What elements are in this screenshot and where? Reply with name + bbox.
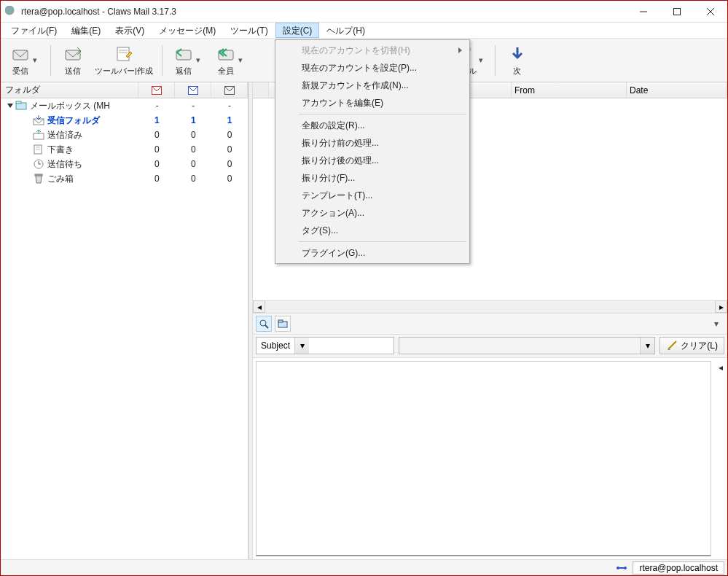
svg-rect-1 — [674, 8, 681, 15]
next-icon — [507, 44, 528, 64]
list-header-corner[interactable] — [253, 82, 269, 98]
search-field-combo[interactable]: Subject ▾ — [256, 337, 394, 354]
broom-icon — [666, 340, 678, 351]
preview-pane: ◂ — [253, 358, 727, 560]
sent-icon — [33, 129, 44, 141]
quick-menu-dropdown[interactable]: ▾ — [714, 319, 724, 329]
menu-tool[interactable]: ツール(T) — [223, 23, 275, 38]
menu-template[interactable]: テンプレート(T)... — [277, 187, 468, 204]
list-header-from[interactable]: From — [512, 82, 627, 98]
menu-action[interactable]: アクション(A)... — [277, 204, 468, 222]
next-label: 次 — [513, 66, 521, 77]
menu-post-filter[interactable]: 振り分け後の処理... — [277, 152, 468, 169]
preview-collapse[interactable]: ◂ — [714, 358, 727, 560]
scroll-right-icon[interactable]: ▸ — [715, 300, 727, 313]
replyall-button[interactable]: 全員 ▾ — [211, 41, 250, 80]
svg-rect-18 — [34, 133, 44, 139]
receive-dropdown[interactable]: ▾ — [31, 41, 39, 80]
compose-label: ツールバー|作成 — [95, 66, 153, 77]
receive-icon — [10, 44, 31, 64]
svg-rect-29 — [278, 320, 283, 322]
message-list-hscroll[interactable]: ◂ ▸ — [253, 300, 727, 313]
menu-edit[interactable]: 編集(E) — [64, 23, 108, 38]
reply-button[interactable]: 返信 ▾ — [168, 41, 208, 80]
folder-header: フォルダ — [1, 82, 248, 98]
replyall-icon — [216, 44, 236, 64]
chevron-down-icon[interactable]: ▾ — [294, 338, 309, 354]
folder-label: 受信フォルダ — [47, 114, 100, 127]
folder-queue[interactable]: 送信待ち 0 0 0 — [1, 157, 248, 171]
folder-header-new-icon[interactable] — [138, 82, 175, 98]
menu-edit-accounts[interactable]: アカウントを編集(E) — [277, 94, 468, 112]
reply-dropdown[interactable]: ▾ — [194, 41, 203, 80]
folder-header-unread-icon[interactable] — [175, 82, 211, 98]
draft-icon — [33, 144, 44, 155]
menu-view[interactable]: 表示(V) — [108, 23, 152, 38]
svg-rect-5 — [66, 50, 80, 60]
quicksearch-toggle[interactable] — [256, 316, 272, 332]
replyall-label: 全員 — [218, 66, 234, 77]
folder-trash[interactable]: ごみ箱 0 0 0 — [1, 171, 248, 186]
menu-tag[interactable]: タグ(S)... — [277, 222, 468, 239]
folder-list[interactable]: メールボックス (MH - - - 受信フォルダ 1 1 1 — [1, 98, 248, 559]
quick-toolbar: ▾ — [253, 313, 727, 335]
search-input[interactable]: ▾ — [399, 337, 655, 354]
folder-mailbox[interactable]: メールボックス (MH - - - — [1, 98, 248, 113]
list-header-date[interactable]: Date — [627, 82, 727, 98]
svg-rect-16 — [16, 101, 21, 104]
app-icon — [5, 6, 17, 17]
menu-new-account[interactable]: 新規アカウントを作成(N)... — [277, 77, 468, 94]
svg-rect-4 — [13, 50, 28, 60]
svg-point-26 — [260, 320, 266, 326]
maximize-button[interactable] — [660, 1, 694, 23]
folder-header-label[interactable]: フォルダ — [1, 82, 138, 98]
chevron-down-icon[interactable]: ▾ — [640, 338, 654, 354]
menu-filter[interactable]: 振り分け(F)... — [277, 169, 468, 187]
svg-line-27 — [265, 325, 268, 328]
menu-switch-account[interactable]: 現在のアカウントを切替(H) — [277, 42, 468, 59]
menu-preferences[interactable]: 全般の設定(R)... — [277, 117, 468, 134]
replyall-dropdown[interactable]: ▾ — [236, 41, 245, 80]
minimize-button[interactable] — [627, 1, 660, 23]
settings-menu-popup: 現在のアカウントを切替(H) 現在のアカウントを設定(P)... 新規アカウント… — [275, 39, 470, 264]
reply-label: 返信 — [176, 66, 192, 77]
clear-label: クリア(L) — [681, 340, 718, 352]
folder-inbox[interactable]: 受信フォルダ 1 1 1 — [1, 113, 248, 128]
menubar: ファイル(F) 編集(E) 表示(V) メッセージ(M) ツール(T) 設定(C… — [1, 23, 727, 39]
receive-label: 受信 — [12, 66, 28, 77]
reply-icon — [173, 44, 194, 64]
menu-help[interactable]: ヘルプ(H) — [319, 23, 372, 38]
compose-button[interactable]: ツールバー|作成 — [92, 41, 156, 80]
menu-message[interactable]: メッセージ(M) — [152, 23, 223, 38]
online-icon[interactable] — [615, 563, 628, 573]
menu-set-account[interactable]: 現在のアカウントを設定(P)... — [277, 59, 468, 77]
receive-button[interactable]: 受信 ▾ — [5, 41, 44, 80]
folder-open-icon[interactable] — [275, 316, 291, 332]
mail-dropdown[interactable]: ▾ — [477, 41, 485, 80]
window-title: rtera@pop.localhost - Claws Mail 3.17.3 — [21, 7, 176, 17]
scroll-left-icon[interactable]: ◂ — [253, 300, 265, 313]
send-icon — [63, 44, 83, 64]
trash-folder-icon — [33, 173, 44, 184]
search-field-value: Subject — [257, 340, 294, 351]
submenu-arrow-icon — [458, 47, 462, 53]
menu-plugin[interactable]: プラグイン(G)... — [277, 244, 468, 262]
menu-file[interactable]: ファイル(F) — [4, 23, 64, 38]
menu-config[interactable]: 設定(C) — [275, 23, 320, 38]
folder-header-total-icon[interactable] — [211, 82, 248, 98]
send-button[interactable]: 送信 — [57, 41, 89, 80]
next-button[interactable]: 次 — [501, 41, 533, 80]
menu-pre-filter[interactable]: 振り分け前の処理... — [277, 134, 468, 152]
folder-draft[interactable]: 下書き 0 0 0 — [1, 142, 248, 157]
inbox-icon — [33, 114, 44, 126]
preview-body[interactable] — [256, 361, 711, 557]
close-button[interactable] — [694, 1, 727, 23]
statusbar: rtera@pop.localhost — [1, 559, 727, 575]
folder-label: 下書き — [47, 144, 74, 156]
folder-label: 送信待ち — [47, 158, 82, 171]
account-button[interactable]: rtera@pop.localhost — [633, 561, 724, 575]
folder-sent[interactable]: 送信済み 0 0 0 — [1, 128, 248, 142]
clear-button[interactable]: クリア(L) — [659, 337, 724, 354]
expand-icon[interactable] — [7, 104, 13, 108]
compose-icon — [114, 44, 134, 64]
